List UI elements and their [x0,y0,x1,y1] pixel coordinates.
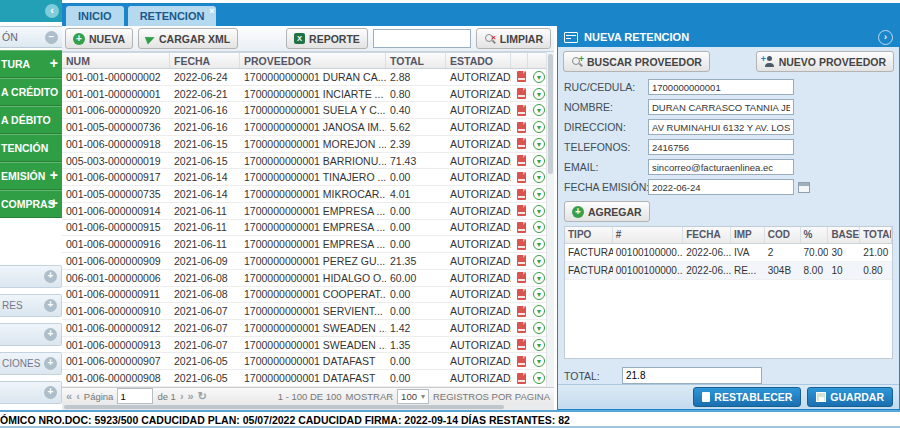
sidebar-menu-item[interactable]: TENCIÓN [0,134,62,162]
download-xml-icon[interactable]: ▼ [533,288,545,300]
pdf-icon[interactable] [517,272,526,283]
sidebar-accordion-item[interactable]: + [0,381,62,404]
sidebar-accordion-header[interactable]: ÓN − [0,26,63,48]
reporte-button[interactable]: X REPORTE [286,28,368,49]
download-xml-icon[interactable]: ▼ [533,104,545,116]
table-row[interactable]: 001-006-0000009152021-06-111700000000001… [62,220,546,237]
cargar-xml-button[interactable]: CARGAR XML [138,28,238,49]
download-xml-icon[interactable]: ▼ [533,322,545,334]
table-row[interactable]: 006-001-0000000062021-06-081700000000001… [62,270,546,287]
minus-circle-icon[interactable]: − [45,31,58,44]
download-xml-icon[interactable]: ▼ [533,238,545,250]
pdf-icon[interactable] [517,289,526,300]
sidebar-collapse-icon[interactable]: ‹ [45,4,59,18]
calendar-icon[interactable] [798,182,810,193]
page-size-select[interactable]: 100 ▾ [397,389,429,404]
pdf-icon[interactable] [517,356,526,367]
col-fecha[interactable]: FECHA [170,53,240,68]
pdf-icon[interactable] [517,189,526,200]
plus-circle-icon[interactable]: + [44,357,57,370]
guardar-button[interactable]: GUARDAR [807,387,893,407]
pdf-icon[interactable] [517,155,526,166]
grid-col-num[interactable]: # [613,227,684,243]
prev-page-icon[interactable]: ‹ [76,390,80,402]
col-num[interactable]: NUM [62,53,170,68]
table-row[interactable]: 001-006-0000009132021-06-071700000000001… [62,337,546,354]
pdf-icon[interactable] [517,122,526,133]
page-number-input[interactable] [117,388,153,404]
panel-expand-icon[interactable]: › [878,30,893,45]
col-total[interactable]: TOTAL [386,53,446,68]
sidebar-accordion-item[interactable]: CIONES+ [0,352,62,375]
pdf-icon[interactable] [517,255,526,266]
table-row[interactable]: 001-006-0000009082021-06-051700000000001… [62,370,546,387]
pdf-icon[interactable] [517,339,526,350]
pdf-icon[interactable] [517,306,526,317]
table-row[interactable]: 001-001-0000000012022-06-211700000000001… [62,86,546,103]
table-row[interactable]: 001-006-0000009202021-06-161700000000001… [62,102,546,119]
table-row[interactable]: 001-006-0000009072021-06-051700000000001… [62,353,546,370]
plus-icon[interactable]: + [50,55,58,71]
field-input[interactable] [648,179,794,195]
sidebar-menu-item[interactable]: A DÉBITO [0,106,62,134]
next-page-icon[interactable]: › [180,390,184,402]
tab-close-icon[interactable]: × [209,6,214,16]
pdf-icon[interactable] [517,205,526,216]
col-proveedor[interactable]: PROVEEDOR [240,53,386,68]
first-page-icon[interactable]: « [66,390,72,402]
plus-circle-icon[interactable]: + [44,328,57,341]
table-row[interactable]: 001-006-0000009142021-06-111700000000001… [62,203,546,220]
download-xml-icon[interactable]: ▼ [533,339,545,351]
grid-col-fecha[interactable]: FECHA [683,227,731,243]
col-estado[interactable]: ESTADO [446,53,511,68]
grid-col-total[interactable]: TOTAL [860,227,892,243]
tab-inicio[interactable]: INICIO [66,6,124,26]
plus-icon[interactable]: + [50,195,58,211]
download-xml-icon[interactable]: ▼ [533,355,545,367]
table-row[interactable]: 001-006-0000009172021-06-141700000000001… [62,169,546,186]
pdf-icon[interactable] [517,105,526,116]
table-row[interactable]: 001-006-0000009112021-06-081700000000001… [62,287,546,304]
pdf-icon[interactable] [517,373,526,384]
grid-col-base[interactable]: BASE [828,227,860,243]
grid-col-pct[interactable]: % [801,227,829,243]
pdf-icon[interactable] [517,138,526,149]
restablecer-button[interactable]: RESTABLECER [693,387,801,407]
nueva-button[interactable]: + NUEVA [65,28,133,49]
table-row[interactable]: 001-006-0000009092021-06-091700000000001… [62,253,546,270]
download-xml-icon[interactable]: ▼ [533,272,545,284]
download-xml-icon[interactable]: ▼ [533,305,545,317]
sidebar-menu-item[interactable]: EMISIÓN+ [0,162,62,190]
refresh-icon[interactable]: ↻ [198,390,207,403]
download-xml-icon[interactable]: ▼ [533,221,545,233]
sidebar-menu-item[interactable]: A CRÉDITO [0,78,62,106]
plus-circle-icon[interactable]: + [44,299,57,312]
plus-icon[interactable]: + [50,167,58,183]
download-xml-icon[interactable]: ▼ [533,255,545,267]
table-row[interactable]: 001-005-0000007362021-06-161700000000001… [62,119,546,136]
pdf-icon[interactable] [517,71,526,82]
download-xml-icon[interactable]: ▼ [533,155,545,167]
grid-col-cod[interactable]: COD [765,227,801,243]
buscar-proveedor-button[interactable]: + BUSCAR PROVEEDOR [563,51,710,72]
table-row[interactable]: 005-003-0000000192021-06-151700000000001… [62,153,546,170]
search-input[interactable] [373,29,471,48]
total-input[interactable] [622,367,762,384]
vscroll-thumb[interactable] [548,54,553,174]
grid-row[interactable]: FACTURA00100100000...2022-06...RE...304B… [565,262,892,280]
table-row[interactable]: 001-001-0000000022022-06-241700000000001… [62,69,546,86]
agregar-button[interactable]: + AGREGAR [564,201,650,222]
field-input[interactable] [648,139,794,155]
grid-col-imp[interactable]: IMP [731,227,765,243]
field-input[interactable] [648,99,794,115]
grid-col-tipo[interactable]: TIPO [565,227,613,243]
field-input[interactable] [648,119,794,135]
plus-circle-icon[interactable]: + [44,270,57,283]
download-xml-icon[interactable]: ▼ [533,88,545,100]
download-xml-icon[interactable]: ▼ [533,171,545,183]
tab-retencion[interactable]: RETENCION × [128,6,217,26]
hscroll-thumb[interactable] [64,405,504,409]
table-row[interactable]: 001-005-0000007352021-06-141700000000001… [62,186,546,203]
download-xml-icon[interactable]: ▼ [533,71,545,83]
table-row[interactable]: 001-006-0000009122021-06-071700000000001… [62,320,546,337]
